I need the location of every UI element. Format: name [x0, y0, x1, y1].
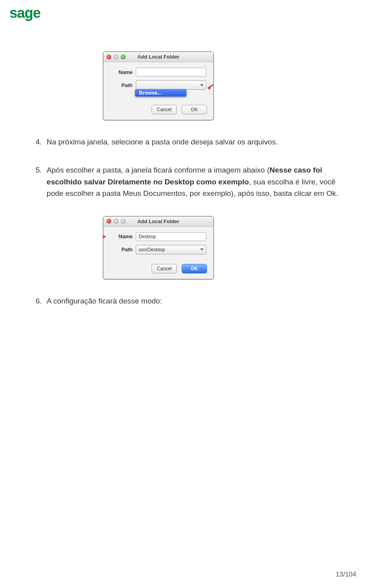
- arrow-annotation-icon: [103, 233, 110, 240]
- ok-button[interactable]: OK: [182, 264, 207, 273]
- page-number: 13/104: [336, 571, 356, 579]
- chevron-down-icon: [200, 248, 203, 250]
- step-5: 5. Após escolher a pasta, a janela ficar…: [36, 164, 344, 199]
- dialog-titlebar: Add Local Folder: [103, 52, 213, 62]
- step-text: Na próxima janela, selecione a pasta ond…: [47, 136, 344, 148]
- name-input[interactable]: [136, 68, 206, 76]
- dialog-title: Add Local Folder: [103, 54, 213, 60]
- name-input[interactable]: [136, 232, 206, 241]
- path-combo[interactable]: [136, 80, 206, 90]
- dialog-titlebar: Add Local Folder: [103, 216, 213, 227]
- step-6: 6. A configuração ficará desse modo:: [36, 295, 344, 307]
- chevron-down-icon: [200, 84, 203, 86]
- step-4: 4. Na próxima janela, selecione a pasta …: [36, 136, 344, 148]
- arrow-annotation-icon: [205, 78, 214, 91]
- path-label: Path: [110, 247, 136, 252]
- step-number: 6.: [36, 295, 42, 307]
- browse-menu-item[interactable]: Browse...: [135, 89, 186, 97]
- ok-button[interactable]: OK: [182, 105, 207, 114]
- name-label: Name: [110, 233, 136, 239]
- add-local-folder-dialog-1: Add Local Folder Name Path Browse... Can…: [103, 51, 214, 120]
- path-label: Path: [110, 82, 136, 88]
- add-local-folder-dialog-2: Add Local Folder Name Path son/Desktop C…: [103, 216, 214, 279]
- step-number: 5.: [36, 164, 42, 199]
- step-number: 4.: [36, 136, 42, 148]
- path-combo[interactable]: son/Desktop: [136, 245, 206, 254]
- step-text: A configuração ficará desse modo:: [47, 295, 344, 307]
- sage-logo: sage: [10, 5, 40, 21]
- cancel-button[interactable]: Cancel: [152, 105, 177, 114]
- dialog-title: Add Local Folder: [103, 218, 213, 224]
- step-text: Após escolher a pasta, a janela ficará c…: [47, 164, 344, 199]
- name-label: Name: [110, 69, 136, 75]
- cancel-button[interactable]: Cancel: [152, 264, 177, 273]
